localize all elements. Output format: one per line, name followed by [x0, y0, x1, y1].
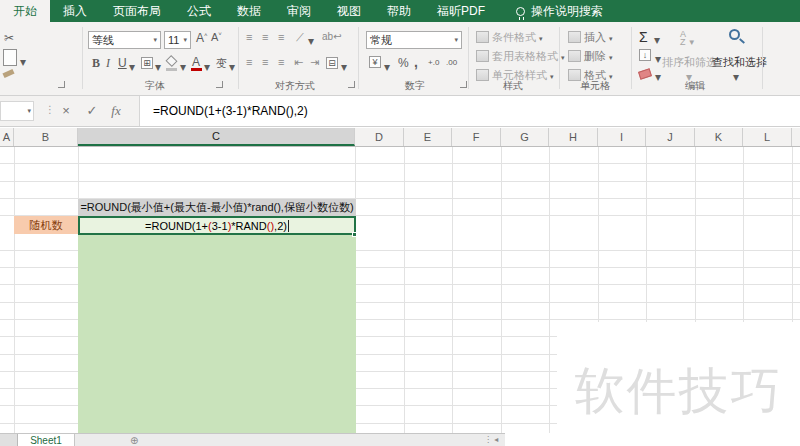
col-header-l[interactable]: L — [743, 128, 792, 146]
accounting-format-icon[interactable]: ¥ — [369, 56, 381, 68]
borders-icon[interactable]: ⊞ — [141, 57, 153, 69]
tab-insert[interactable]: 插入 — [50, 0, 100, 22]
increase-decimal-button[interactable]: +.0 — [428, 58, 439, 67]
paste-icon[interactable] — [3, 49, 17, 66]
active-cell-edit[interactable]: =ROUND(1+(3-1)*RAND(),2) — [78, 216, 356, 235]
number-dialog-launcher[interactable] — [460, 81, 467, 88]
sheet-nav-stub[interactable] — [0, 434, 18, 446]
font-name-select[interactable]: 等线▾ — [88, 31, 161, 49]
align-left-button[interactable]: ≡ — [246, 56, 251, 68]
col-header-f[interactable]: F — [452, 128, 501, 146]
formula-part: () — [267, 220, 274, 232]
font-size-value: 11 — [168, 34, 179, 46]
format-as-table-button[interactable]: 套用表格格式 ▾ — [476, 49, 565, 64]
col-header-b[interactable]: B — [14, 128, 78, 146]
align-center-button[interactable]: ≡ — [262, 56, 267, 68]
fill-color-icon[interactable] — [165, 55, 177, 67]
tab-home[interactable]: 开始 — [0, 0, 50, 22]
cut-icon[interactable]: ✂ — [4, 31, 14, 45]
fill-down-icon[interactable]: ↓ — [639, 49, 651, 61]
cancel-button[interactable]: × — [56, 101, 76, 121]
shrink-font-button[interactable]: A˅ — [211, 31, 222, 43]
font-color-icon[interactable]: A — [192, 55, 200, 69]
comma-style-button[interactable]: , — [414, 54, 418, 70]
col-header-j[interactable]: J — [646, 128, 695, 146]
font-size-select[interactable]: 11▾ — [164, 31, 191, 49]
tab-page-layout[interactable]: 页面布局 — [100, 0, 174, 22]
col-header-e[interactable]: E — [404, 128, 452, 146]
top-align-button[interactable]: ≡ — [246, 31, 251, 43]
phonetic-dropdown[interactable]: ▾ — [229, 60, 235, 74]
formula-part: ,2) — [274, 220, 287, 232]
insert-function-button[interactable]: fx — [106, 101, 126, 121]
chevron-down-icon: ▾ — [454, 36, 458, 44]
col-header-a[interactable]: A — [0, 128, 14, 146]
autosum-button[interactable]: Σ — [639, 29, 648, 45]
random-number-label-cell[interactable]: 随机数 — [14, 216, 78, 234]
fill-dropdown[interactable]: ▾ — [655, 52, 661, 66]
tab-data[interactable]: 数据 — [224, 0, 274, 22]
drag-dots-icon[interactable]: ⋮ — [45, 104, 55, 115]
tab-scroll-left-icon[interactable]: ⋮ ◂ — [484, 435, 498, 444]
font-color-dropdown[interactable]: ▾ — [204, 60, 210, 74]
underline-button[interactable]: U — [118, 56, 127, 70]
middle-align-button[interactable]: ≡ — [262, 31, 267, 43]
alignment-dialog-launcher[interactable] — [348, 81, 355, 88]
delete-cells-button[interactable]: 删除 ▾ — [568, 49, 613, 64]
bold-button[interactable]: B — [92, 56, 100, 71]
autosum-dropdown[interactable]: ▾ — [654, 33, 660, 47]
clear-icon[interactable] — [638, 68, 652, 79]
tell-me-search[interactable]: 操作说明搜索 — [516, 0, 603, 22]
col-header-c[interactable]: C — [78, 128, 355, 146]
tab-review[interactable]: 审阅 — [274, 0, 324, 22]
find-select-button[interactable]: 查找和选择 — [712, 55, 767, 70]
col-header-k[interactable]: K — [695, 128, 743, 146]
insert-cells-button[interactable]: 插入 ▾ — [568, 30, 613, 45]
conditional-formatting-button[interactable]: 条件格式 ▾ — [476, 30, 543, 45]
clipboard-dialog-launcher[interactable] — [58, 81, 65, 88]
col-header-d[interactable]: D — [355, 128, 404, 146]
percent-style-button[interactable]: % — [398, 56, 409, 70]
paste-dropdown[interactable]: ▾ — [20, 55, 26, 69]
col-header-g[interactable]: G — [501, 128, 549, 146]
bottom-align-button[interactable]: ≡ — [278, 31, 283, 43]
helper-formula-cell[interactable]: =ROUND(最小值+(最大值-最小值)*rand(),保留小数位数) — [78, 199, 356, 216]
tab-formulas[interactable]: 公式 — [174, 0, 224, 22]
column-headers: A B C D E F G H I J K L — [0, 128, 800, 147]
number-format-select[interactable]: 常规▾ — [366, 31, 462, 49]
orientation-icon[interactable]: ⟋ — [296, 31, 304, 44]
merge-center-icon[interactable]: ⊟ — [326, 57, 338, 69]
sort-filter-button[interactable]: 排序和筛选 — [662, 55, 717, 70]
wrap-text-button[interactable]: ab↩ — [322, 31, 342, 42]
sheet-tab-sheet1[interactable]: Sheet1 — [18, 434, 75, 446]
tab-foxit-pdf[interactable]: 福昕PDF — [424, 0, 498, 22]
tab-view[interactable]: 视图 — [324, 0, 374, 22]
align-right-button[interactable]: ≡ — [278, 56, 283, 68]
decrease-decimal-button[interactable]: .00 — [446, 58, 457, 67]
text-cursor — [288, 220, 289, 232]
fill-color-dropdown[interactable]: ▾ — [180, 60, 186, 74]
group-separator — [762, 27, 763, 89]
enter-button[interactable]: ✓ — [82, 101, 102, 121]
orientation-dropdown[interactable]: ▾ — [308, 34, 314, 48]
accounting-dropdown[interactable]: ▾ — [384, 60, 390, 74]
tab-help[interactable]: 帮助 — [374, 0, 424, 22]
fill-handle[interactable] — [352, 232, 357, 237]
format-painter-icon[interactable] — [2, 69, 14, 78]
decrease-indent-button[interactable]: ⇤ — [294, 56, 303, 69]
col-header-i[interactable]: I — [598, 128, 646, 146]
fill-color-bar — [166, 68, 177, 71]
add-sheet-button[interactable]: ⊕ — [130, 435, 138, 446]
phonetic-guide-button[interactable]: 变 — [216, 56, 227, 71]
underline-dropdown[interactable]: ▾ — [129, 60, 135, 74]
italic-button[interactable]: I — [106, 56, 110, 71]
name-box[interactable]: ▾ — [0, 101, 34, 121]
formula-input[interactable]: =ROUND(1+(3-1)*RAND(),2) — [139, 96, 800, 126]
increase-indent-button[interactable]: ⇥ — [310, 56, 319, 69]
green-fill-block[interactable] — [78, 216, 356, 446]
grow-font-button[interactable]: A˄ — [196, 31, 208, 45]
font-dialog-launcher[interactable] — [216, 81, 223, 88]
col-header-h[interactable]: H — [549, 128, 598, 146]
borders-dropdown[interactable]: ▾ — [155, 60, 161, 74]
merge-center-dropdown[interactable]: ▾ — [341, 60, 347, 74]
